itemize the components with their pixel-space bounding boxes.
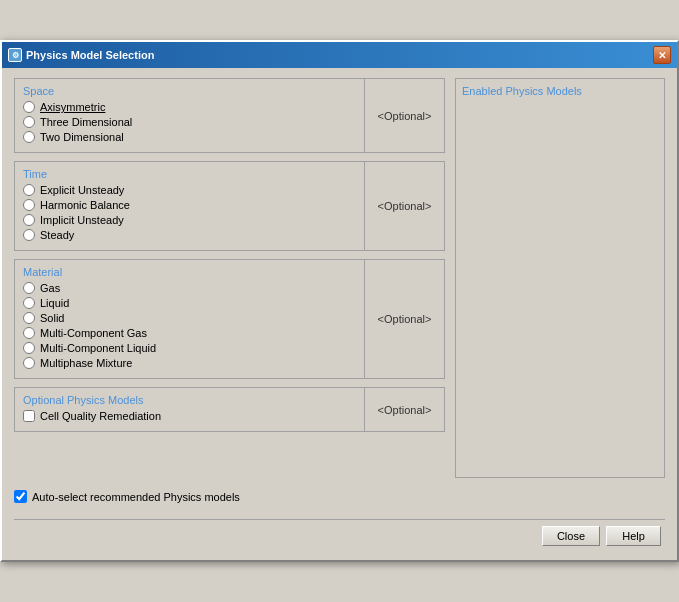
space-arrow: <Optional> bbox=[364, 79, 444, 152]
auto-select-row[interactable]: Auto-select recommended Physics models bbox=[14, 486, 665, 507]
solid-label: Solid bbox=[40, 312, 64, 324]
radio-solid[interactable]: Solid bbox=[23, 312, 356, 324]
explicit-unsteady-label: Explicit Unsteady bbox=[40, 184, 124, 196]
material-section: Material Gas Liquid Solid bbox=[14, 259, 445, 379]
window-close-button[interactable]: ✕ bbox=[653, 46, 671, 64]
title-bar: ⚙ Physics Model Selection ✕ bbox=[2, 42, 677, 68]
implicit-unsteady-label: Implicit Unsteady bbox=[40, 214, 124, 226]
dialog-icon: ⚙ bbox=[8, 48, 22, 62]
axisymmetric-radio[interactable] bbox=[23, 101, 35, 113]
optional-arrow: <Optional> bbox=[364, 388, 444, 431]
multi-component-liquid-label: Multi-Component Liquid bbox=[40, 342, 156, 354]
material-section-label: Material bbox=[23, 266, 356, 278]
two-dimensional-radio[interactable] bbox=[23, 131, 35, 143]
time-section: Time Explicit Unsteady Harmonic Balance … bbox=[14, 161, 445, 251]
harmonic-balance-label: Harmonic Balance bbox=[40, 199, 130, 211]
multi-component-liquid-radio[interactable] bbox=[23, 342, 35, 354]
radio-multi-component-gas[interactable]: Multi-Component Gas bbox=[23, 327, 356, 339]
auto-select-label: Auto-select recommended Physics models bbox=[32, 491, 240, 503]
multi-component-gas-label: Multi-Component Gas bbox=[40, 327, 147, 339]
gas-radio[interactable] bbox=[23, 282, 35, 294]
harmonic-balance-radio[interactable] bbox=[23, 199, 35, 211]
multiphase-mixture-label: Multiphase Mixture bbox=[40, 357, 132, 369]
gas-label: Gas bbox=[40, 282, 60, 294]
dialog-body: Space Axisymmetric Three Dimensional Two… bbox=[2, 68, 677, 560]
radio-steady[interactable]: Steady bbox=[23, 229, 356, 241]
cell-quality-label: Cell Quality Remediation bbox=[40, 410, 161, 422]
liquid-label: Liquid bbox=[40, 297, 69, 309]
two-dimensional-label: Two Dimensional bbox=[40, 131, 124, 143]
enabled-physics-title: Enabled Physics Models bbox=[462, 85, 658, 97]
material-arrow: <Optional> bbox=[364, 260, 444, 378]
radio-harmonic-balance[interactable]: Harmonic Balance bbox=[23, 199, 356, 211]
three-dimensional-radio[interactable] bbox=[23, 116, 35, 128]
optional-physics-section: Optional Physics Models Cell Quality Rem… bbox=[14, 387, 445, 432]
main-content: Space Axisymmetric Three Dimensional Two… bbox=[14, 78, 665, 478]
radio-three-dimensional[interactable]: Three Dimensional bbox=[23, 116, 356, 128]
space-section: Space Axisymmetric Three Dimensional Two… bbox=[14, 78, 445, 153]
axisymmetric-label: Axisymmetric bbox=[40, 101, 105, 113]
dialog-footer: Close Help bbox=[14, 519, 665, 550]
radio-multiphase-mixture[interactable]: Multiphase Mixture bbox=[23, 357, 356, 369]
radio-explicit-unsteady[interactable]: Explicit Unsteady bbox=[23, 184, 356, 196]
radio-gas[interactable]: Gas bbox=[23, 282, 356, 294]
radio-multi-component-liquid[interactable]: Multi-Component Liquid bbox=[23, 342, 356, 354]
cell-quality-checkbox[interactable] bbox=[23, 410, 35, 422]
space-section-label: Space bbox=[23, 85, 356, 97]
three-dimensional-label: Three Dimensional bbox=[40, 116, 132, 128]
optional-physics-section-label: Optional Physics Models bbox=[23, 394, 356, 406]
checkbox-cell-quality[interactable]: Cell Quality Remediation bbox=[23, 410, 356, 422]
implicit-unsteady-radio[interactable] bbox=[23, 214, 35, 226]
close-button[interactable]: Close bbox=[542, 526, 600, 546]
radio-axisymmetric[interactable]: Axisymmetric bbox=[23, 101, 356, 113]
steady-radio[interactable] bbox=[23, 229, 35, 241]
time-arrow: <Optional> bbox=[364, 162, 444, 250]
radio-implicit-unsteady[interactable]: Implicit Unsteady bbox=[23, 214, 356, 226]
multiphase-mixture-radio[interactable] bbox=[23, 357, 35, 369]
explicit-unsteady-radio[interactable] bbox=[23, 184, 35, 196]
solid-radio[interactable] bbox=[23, 312, 35, 324]
multi-component-gas-radio[interactable] bbox=[23, 327, 35, 339]
auto-select-checkbox[interactable] bbox=[14, 490, 27, 503]
steady-label: Steady bbox=[40, 229, 74, 241]
help-button[interactable]: Help bbox=[606, 526, 661, 546]
physics-model-dialog: ⚙ Physics Model Selection ✕ Space Axisym… bbox=[0, 40, 679, 562]
time-section-label: Time bbox=[23, 168, 356, 180]
left-panel: Space Axisymmetric Three Dimensional Two… bbox=[14, 78, 445, 478]
dialog-title: Physics Model Selection bbox=[26, 49, 154, 61]
enabled-physics-panel: Enabled Physics Models bbox=[455, 78, 665, 478]
radio-liquid[interactable]: Liquid bbox=[23, 297, 356, 309]
radio-two-dimensional[interactable]: Two Dimensional bbox=[23, 131, 356, 143]
liquid-radio[interactable] bbox=[23, 297, 35, 309]
